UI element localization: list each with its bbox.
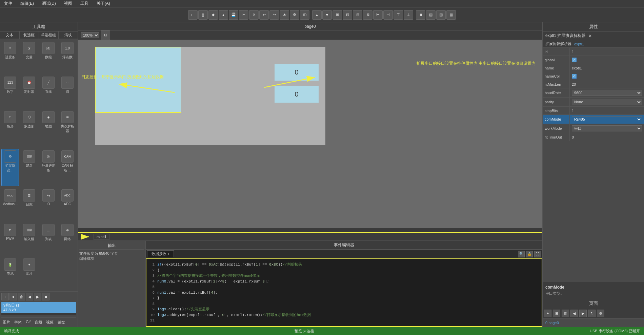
tool-keyboard[interactable]: ⌨ 键盘: [20, 149, 38, 187]
toolbar-preview[interactable]: 👁: [280, 10, 289, 20]
code-search-btn[interactable]: 🔍: [518, 251, 525, 257]
canvas-scroll[interactable]: [78, 228, 542, 232]
toolbar-layout4[interactable]: ⊠: [363, 10, 373, 20]
zoom-fit-btn[interactable]: ⊡: [101, 30, 110, 40]
menu-about[interactable]: 关于(A): [95, 0, 112, 7]
props-close-btn[interactable]: ✕: [588, 34, 592, 38]
toolbox-tab-text[interactable]: 文本: [0, 32, 20, 39]
tool-battery[interactable]: 🔋 电池: [1, 257, 19, 290]
widget-num1[interactable]: 0: [275, 86, 319, 103]
bottom-tab-keyboard[interactable]: 键盘: [56, 319, 66, 326]
toolbox-tab-radio[interactable]: 单选框组: [39, 32, 59, 39]
toolbox-tab-checkbox[interactable]: 复选框: [20, 32, 39, 39]
tool-array[interactable]: [a] 数组: [40, 40, 57, 74]
toolbar-layout5[interactable]: ⊢: [373, 10, 383, 20]
tool-map[interactable]: ◈ 地图: [40, 109, 57, 147]
tool-timer[interactable]: ⏰ 定时器: [20, 75, 38, 108]
toolbar-upload[interactable]: ▲: [219, 10, 228, 20]
tool-variable[interactable]: x 变量: [20, 40, 38, 74]
audio-rec-btn[interactable]: ●: [9, 293, 17, 300]
toolbox-tab-clear[interactable]: 清块: [59, 32, 78, 39]
page-add-btn[interactable]: +: [544, 310, 551, 317]
toolbar-settings[interactable]: ⚙: [290, 10, 299, 20]
canvas-page[interactable]: 0 0: [95, 47, 325, 145]
bottom-tab-video[interactable]: 视频: [45, 319, 55, 326]
toolbar-rows[interactable]: ▤: [426, 10, 436, 20]
toolbar-layout2[interactable]: ⊡: [343, 10, 352, 20]
menu-file[interactable]: 文件: [3, 0, 14, 7]
menu-tools[interactable]: 工具: [79, 0, 90, 7]
code-tab-data-receive[interactable]: 数据接收 +: [147, 250, 174, 257]
tool-network[interactable]: ⊕ 网络: [59, 222, 76, 255]
widget-log[interactable]: [95, 47, 181, 113]
prop-value-baudrate[interactable]: 9600 115200 19200: [570, 88, 644, 97]
baudrate-dropdown[interactable]: 9600 115200 19200: [572, 90, 642, 96]
audio-stop-btn[interactable]: ⏹: [42, 293, 49, 300]
toolbar-redo[interactable]: ↪: [269, 10, 279, 20]
menu-edit[interactable]: 编辑(E): [19, 0, 35, 7]
code-fullscreen-btn[interactable]: ⛶: [534, 251, 541, 257]
prop-value-parity[interactable]: None Even Odd: [570, 98, 644, 106]
menu-view[interactable]: 视图: [63, 0, 74, 7]
zoom-select[interactable]: 100% 75% 50% 125% 150%: [81, 32, 99, 38]
page-delete-btn[interactable]: 🗑: [562, 310, 569, 317]
tool-ring-progress[interactable]: ◎ 环形进度条: [40, 149, 57, 187]
global-checkbox[interactable]: ✓: [572, 58, 577, 62]
page-copy-btn[interactable]: ⊞: [553, 310, 560, 317]
tool-float[interactable]: 1.0 浮点数: [59, 40, 76, 74]
toolbar-delete[interactable]: ✕: [249, 10, 259, 20]
tool-line[interactable]: ╱ 直线: [40, 75, 57, 108]
workmode-dropdown[interactable]: 串口 主机: [572, 125, 642, 131]
bottom-tab-audio[interactable]: 音频: [33, 319, 43, 326]
toolbar-layout3[interactable]: ⊟: [353, 10, 362, 20]
tool-circle[interactable]: ○ 圆: [59, 75, 76, 108]
tool-modbus[interactable]: MOD Modbus…: [1, 188, 19, 221]
toolbar-grid[interactable]: ▦: [446, 10, 456, 20]
bottom-tab-image[interactable]: 图片: [1, 319, 12, 326]
toolbar-layout1[interactable]: ⊞: [333, 10, 342, 20]
toolbar-layout7[interactable]: ⊤: [394, 10, 403, 20]
widget-num0[interactable]: 0: [275, 64, 319, 81]
commode-dropdown[interactable]: Rs485 串口 Rs232: [572, 116, 642, 122]
page-refresh-btn[interactable]: ↻: [588, 310, 596, 317]
toolbar-cols[interactable]: ▥: [436, 10, 446, 20]
tool-number[interactable]: 123 数字: [1, 75, 19, 108]
bottom-tab-gif[interactable]: Gif: [24, 319, 32, 326]
tool-adc[interactable]: ADC ADC: [59, 188, 76, 221]
prop-value-namecpl[interactable]: ✓: [570, 72, 644, 80]
toolbar-brace[interactable]: {}: [198, 10, 208, 20]
audio-del-btn[interactable]: 🗑: [18, 293, 25, 300]
toolbar-layout8[interactable]: ⊥: [404, 10, 413, 20]
tool-log[interactable]: ≣ 日志: [20, 188, 38, 221]
menu-debug[interactable]: 调试(D): [41, 0, 57, 7]
prop-value-commode[interactable]: Rs485 串口 Rs232: [570, 115, 644, 124]
tool-ext-protocol[interactable]: ⚙ 扩展协议…: [1, 149, 19, 187]
toolbar-undo[interactable]: ↩: [259, 10, 269, 20]
page-prev-btn[interactable]: ◀: [570, 310, 578, 317]
prop-value-global[interactable]: ✓: [570, 56, 644, 64]
tool-list[interactable]: ☰ 列表: [40, 222, 57, 255]
toolbar-cut[interactable]: ✂: [239, 10, 248, 20]
file-item[interactable]: 9月5日 (1) 47.8 kB: [1, 302, 76, 313]
tool-polygon[interactable]: ⬡ 多边形: [20, 109, 38, 147]
namecpl-checkbox[interactable]: ✓: [572, 74, 577, 79]
page-next-btn[interactable]: ▶: [579, 310, 587, 317]
toolbar-layout6[interactable]: ⊣: [383, 10, 393, 20]
toolbar-pause[interactable]: ⏸: [416, 10, 425, 20]
canvas-viewport[interactable]: 0 0: [78, 40, 542, 228]
tool-progress[interactable]: ≡ 进度条: [1, 40, 19, 74]
code-lock-btn[interactable]: 🔒: [526, 251, 533, 257]
bottom-tab-font[interactable]: 字体: [13, 319, 23, 326]
tool-pwm[interactable]: ⊓ PWM: [1, 222, 19, 255]
tool-bluetooth[interactable]: ✦ 蓝牙: [20, 257, 38, 290]
page-settings-btn[interactable]: ⚙: [597, 310, 604, 317]
toolbar-save[interactable]: 💾: [229, 10, 238, 20]
prop-value-workmode[interactable]: 串口 主机: [570, 124, 644, 133]
tool-rect[interactable]: □ 矩形: [1, 109, 19, 147]
audio-prev-btn[interactable]: ◀: [26, 293, 33, 300]
audio-play-btn[interactable]: ▶: [34, 293, 41, 300]
code-editor[interactable]: 1 if((exptl1.rxBuf[0] == 0xAC)&&(exptl1.…: [146, 258, 542, 327]
toolbar-down[interactable]: ▼: [322, 10, 332, 20]
toolbar-add[interactable]: +□: [188, 10, 198, 20]
parity-dropdown[interactable]: None Even Odd: [572, 99, 642, 105]
